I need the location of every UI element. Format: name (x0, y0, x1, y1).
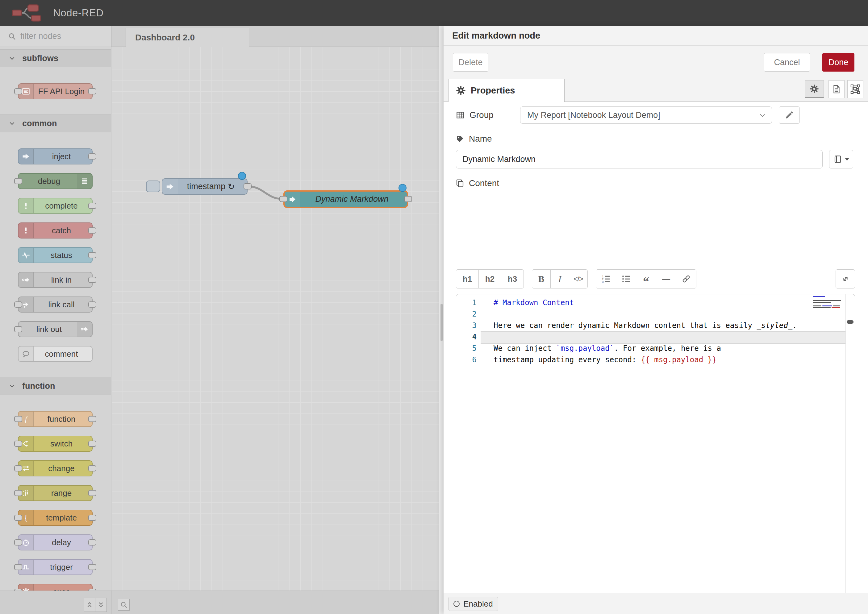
palette-expand-all-button[interactable] (95, 598, 107, 612)
ordered-list-button[interactable]: 123 (596, 269, 616, 288)
chevron-down-icon (8, 54, 16, 62)
palette-node-change[interactable]: change (18, 460, 93, 476)
palette-node-delay[interactable]: delay (18, 534, 93, 550)
tray-resizer[interactable] (439, 26, 444, 614)
palette-filter-input[interactable]: filter nodes (0, 26, 111, 47)
expand-editor-button[interactable] (835, 269, 855, 288)
palette-node-inject[interactable]: inject (18, 149, 93, 164)
flow-tab-dashboard[interactable]: Dashboard 2.0 (126, 28, 249, 47)
palette-node-debug[interactable]: debug (18, 173, 93, 189)
markdown-content-editor[interactable]: 1# Markdown Content23Here we can render … (456, 294, 855, 614)
edit-group-button[interactable] (779, 107, 800, 124)
svg-text:f: f (25, 415, 28, 423)
node-enabled-toggle[interactable]: Enabled (448, 597, 498, 611)
name-input[interactable] (456, 150, 823, 169)
palette-node-label: complete (33, 198, 90, 213)
palette-node-link-out[interactable]: link out (18, 321, 93, 337)
input-port (14, 540, 22, 546)
output-port (88, 416, 96, 422)
chevron-down-icon (8, 119, 16, 127)
link-button[interactable] (676, 269, 696, 288)
input-port (14, 564, 22, 570)
input-port (14, 416, 22, 422)
markdown-changed-dot (399, 184, 407, 192)
markdown-output-port[interactable] (404, 196, 412, 202)
output-port (88, 540, 96, 546)
palette-node-catch[interactable]: catch (18, 222, 93, 239)
input-port (14, 465, 22, 471)
palette-node-complete[interactable]: complete (18, 198, 93, 214)
palette-node-label: range (33, 486, 90, 501)
palette-node-template[interactable]: {template (18, 510, 93, 526)
markdown-input-port[interactable] (279, 196, 287, 202)
canvas-search-button[interactable] (118, 599, 130, 611)
palette-node-label: link in (33, 273, 90, 287)
palette-node-label: trigger (33, 560, 90, 575)
unordered-list-button[interactable] (616, 269, 636, 288)
line-code: We can inject `msg.payload`. For example… (481, 344, 721, 353)
grid-icon (455, 110, 465, 120)
output-port (88, 227, 96, 234)
palette-node-exec[interactable]: exec (18, 584, 93, 591)
flow-canvas[interactable]: timestamp ↻ Dynamic Markdown (112, 47, 439, 591)
tab-button-description-icon[interactable] (829, 80, 845, 98)
tab-button-properties-gear-icon[interactable] (805, 80, 824, 98)
line-code: # Markdown Content (481, 298, 574, 307)
heading3-button[interactable]: h3 (501, 269, 524, 288)
timestamp-output-port[interactable] (244, 183, 252, 189)
bold-button[interactable]: B (532, 269, 551, 288)
flow-tabbar: Dashboard 2.0 (112, 26, 439, 47)
horizontal-rule-button[interactable]: — (656, 269, 676, 288)
app-title: Node-RED (53, 7, 104, 19)
palette-node-function[interactable]: ffunction (18, 411, 93, 427)
node-red-app: Node-RED filter nodes subflowsFF API Log… (0, 0, 868, 614)
palette-node-switch[interactable]: switch (18, 436, 93, 452)
inject-button[interactable] (146, 180, 160, 192)
tab-button-appearance-icon[interactable] (847, 80, 863, 98)
line-number: 1 (456, 298, 481, 307)
output-port (88, 440, 96, 447)
delete-button[interactable]: Delete (453, 53, 488, 71)
name-type-button[interactable] (829, 150, 853, 169)
markdown-node-label: Dynamic Markdown (300, 192, 404, 207)
palette-category-header-function[interactable]: function (0, 377, 111, 395)
palette-node-ff-api-login[interactable]: FF API Login (18, 83, 93, 99)
group-select[interactable]: My Report [Notebook Layout Demo] (520, 107, 772, 124)
tray-resize-handle[interactable] (441, 304, 443, 341)
input-port (14, 178, 22, 184)
palette-node-label: catch (33, 223, 90, 238)
palette-node-label: inject (33, 149, 90, 164)
palette-collapse-all-button[interactable] (84, 598, 95, 612)
status-pulse-icon (19, 248, 34, 262)
palette-category-header-common[interactable]: common (0, 115, 111, 132)
italic-button[interactable]: I (550, 269, 569, 288)
heading2-button[interactable]: h2 (478, 269, 501, 288)
done-button[interactable]: Done (822, 53, 854, 71)
cancel-button[interactable]: Cancel (764, 53, 810, 71)
flow-node-markdown[interactable]: Dynamic Markdown (283, 191, 408, 208)
palette-node-label: function (33, 412, 90, 426)
palette-node-comment[interactable]: comment (18, 346, 93, 362)
tag-icon (455, 134, 464, 143)
app-header: Node-RED (0, 0, 868, 26)
editor-line-2: 2 (456, 308, 855, 319)
code-button[interactable]: </> (569, 269, 588, 288)
palette-node-link-in[interactable]: link in (18, 272, 93, 288)
tab-properties[interactable]: Properties (448, 79, 565, 102)
palette-node-status[interactable]: status (18, 247, 93, 263)
name-field-label: Name (455, 133, 492, 145)
input-port (14, 88, 22, 95)
blockquote-button[interactable]: “ (636, 269, 656, 288)
enabled-label: Enabled (463, 599, 493, 609)
book-icon (833, 155, 842, 164)
caret-down-icon (845, 158, 849, 161)
palette-node-range[interactable]: range (18, 485, 93, 501)
heading1-button[interactable]: h1 (456, 269, 479, 288)
editor-line-6: 6timestamp updating every second: {{ msg… (456, 354, 855, 365)
palette-node-link-call[interactable]: link call (18, 296, 93, 313)
editor-line-4: 4 (456, 331, 855, 343)
palette-category-header-subflows[interactable]: subflows (0, 50, 111, 67)
palette-category-label: common (22, 119, 57, 128)
flow-node-timestamp[interactable]: timestamp ↻ (162, 178, 248, 195)
palette-node-trigger[interactable]: trigger (18, 559, 93, 575)
